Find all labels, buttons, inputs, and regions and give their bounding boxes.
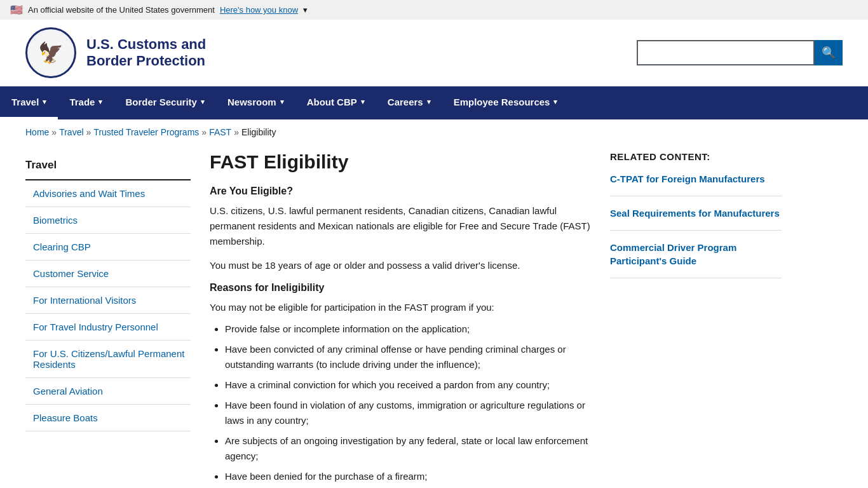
breadcrumb: Home » Travel » Trusted Traveler Program… [0, 119, 868, 145]
chevron-down-icon: ▾ [43, 98, 46, 106]
breadcrumb-current: Eligibility [241, 127, 276, 137]
sidebar-item-customer-service[interactable]: Customer Service [25, 261, 191, 287]
flag-icon: 🇺🇸 [10, 4, 23, 16]
related-link-commercial-driver[interactable]: Commercial Driver Program Participant's … [610, 241, 782, 278]
logo-line1: U.S. Customs and [86, 36, 206, 52]
sidebar-title: Travel [25, 151, 191, 180]
search-input[interactable] [637, 40, 815, 65]
eligibility-heading: Are You Eligible? [210, 186, 591, 197]
breadcrumb-sep: » [51, 127, 57, 137]
right-sidebar: RELATED CONTENT: C-TPAT for Foreign Manu… [610, 145, 782, 488]
gov-banner-text: An official website of the United States… [28, 5, 215, 15]
sidebar: Travel Advisories and Wait Times Biometr… [25, 145, 191, 488]
chevron-down-icon: ▾ [361, 98, 365, 106]
nav-label-careers: Careers [388, 97, 423, 107]
page-title: FAST Eligibility [210, 151, 591, 173]
logo-text: U.S. Customs and Border Protection [86, 36, 206, 70]
related-link-ctpat[interactable]: C-TPAT for Foreign Manufacturers [610, 172, 782, 196]
sidebar-item-biometrics[interactable]: Biometrics [25, 207, 191, 234]
chevron-down-icon: ▾ [427, 98, 431, 106]
nav-label-travel: Travel [11, 97, 39, 107]
nav-item-about-cbp[interactable]: About CBP ▾ [295, 86, 376, 119]
nav-item-trade[interactable]: Trade ▾ [58, 86, 114, 119]
heres-how-you-know-link[interactable]: Here's how you know [220, 5, 298, 15]
nav-item-travel[interactable]: Travel ▾ [0, 86, 58, 119]
sidebar-item-pleasure-boats[interactable]: Pleasure Boats [25, 405, 191, 431]
reasons-heading: Reasons for Ineligibility [210, 282, 591, 294]
breadcrumb-trusted-traveler[interactable]: Trusted Traveler Programs [93, 127, 199, 137]
list-item: Have been denied for the purchase of a f… [225, 469, 591, 484]
nav-label-newsroom: Newsroom [227, 97, 276, 107]
sidebar-item-general-aviation[interactable]: General Aviation [25, 378, 191, 405]
reasons-intro: You may not be eligible for participatio… [210, 300, 591, 315]
search-button[interactable]: 🔍 [815, 40, 843, 65]
nav-item-border-security[interactable]: Border Security ▾ [114, 86, 216, 119]
list-item: Are subjects of an ongoing investigation… [225, 433, 591, 464]
main-content: FAST Eligibility Are You Eligible? U.S. … [210, 145, 591, 488]
list-item: Have been convicted of any criminal offe… [225, 342, 591, 372]
cbp-seal: 🦅 [25, 27, 76, 78]
eligibility-text: U.S. citizens, U.S. lawful permanent res… [210, 203, 591, 249]
breadcrumb-sep: » [234, 127, 239, 137]
search-icon: 🔍 [822, 46, 836, 60]
ineligibility-list: Provide false or incomplete information … [210, 322, 591, 488]
search-area: 🔍 [637, 40, 843, 65]
chevron-down-icon: ▾ [201, 98, 205, 106]
seal-icon: 🦅 [38, 41, 64, 65]
page-layout: Travel Advisories and Wait Times Biometr… [0, 145, 868, 488]
sidebar-item-advisories[interactable]: Advisories and Wait Times [25, 180, 191, 207]
nav-label-border-security: Border Security [125, 97, 197, 107]
logo-area: 🦅 U.S. Customs and Border Protection [25, 27, 206, 78]
nav-label-about-cbp: About CBP [307, 97, 357, 107]
nav-item-employee-resources[interactable]: Employee Resources ▾ [442, 86, 569, 119]
nav-item-careers[interactable]: Careers ▾ [376, 86, 442, 119]
chevron-down-icon: ▾ [98, 98, 102, 106]
list-item: Have a criminal conviction for which you… [225, 377, 591, 393]
sidebar-item-clearing-cbp[interactable]: Clearing CBP [25, 234, 191, 261]
breadcrumb-fast[interactable]: FAST [209, 127, 231, 137]
nav-label-trade: Trade [69, 97, 95, 107]
age-requirement-text: You must be 18 years of age or older and… [210, 258, 591, 273]
breadcrumb-home[interactable]: Home [25, 127, 49, 137]
chevron-down-icon: ▾ [303, 5, 308, 15]
nav-item-newsroom[interactable]: Newsroom ▾ [216, 86, 295, 119]
chevron-down-icon: ▾ [553, 98, 557, 106]
main-nav: Travel ▾ Trade ▾ Border Security ▾ Newsr… [0, 86, 868, 119]
breadcrumb-sep: » [201, 127, 207, 137]
gov-banner: 🇺🇸 An official website of the United Sta… [0, 0, 868, 20]
related-content-title: RELATED CONTENT: [610, 151, 782, 162]
sidebar-item-us-citizens[interactable]: For U.S. Citizens/Lawful Permanent Resid… [25, 341, 191, 378]
nav-label-employee-resources: Employee Resources [454, 97, 550, 107]
list-item: Provide false or incomplete information … [225, 322, 591, 337]
logo-line2: Border Protection [86, 53, 205, 69]
site-header: 🦅 U.S. Customs and Border Protection 🔍 [0, 20, 868, 86]
list-item: Have been found in violation of any cust… [225, 398, 591, 428]
sidebar-item-travel-industry[interactable]: For Travel Industry Personnel [25, 314, 191, 341]
related-link-seal-requirements[interactable]: Seal Requirements for Manufacturers [610, 207, 782, 231]
sidebar-item-international-visitors[interactable]: For International Visitors [25, 287, 191, 314]
breadcrumb-travel[interactable]: Travel [59, 127, 83, 137]
breadcrumb-sep: » [86, 127, 92, 137]
chevron-down-icon: ▾ [280, 98, 284, 106]
